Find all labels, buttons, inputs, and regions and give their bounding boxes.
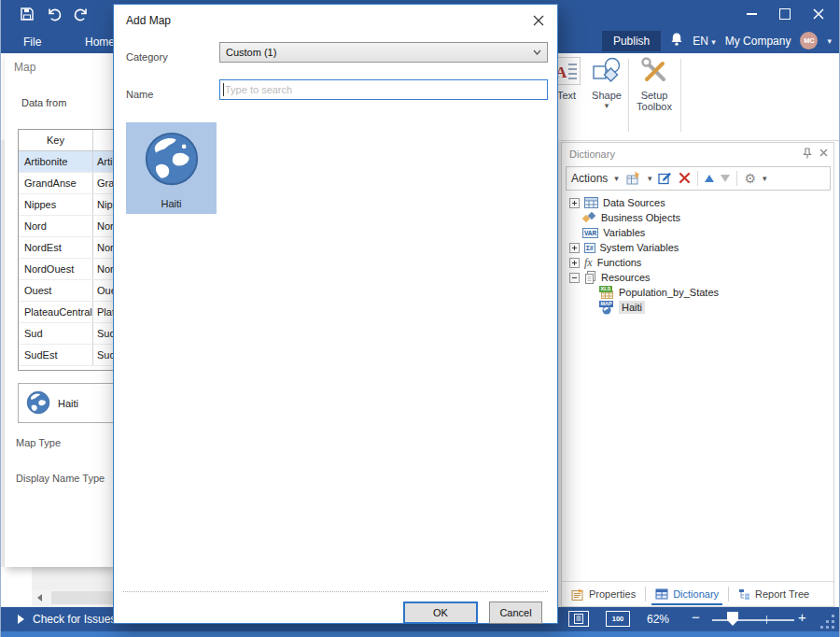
tree-item-system-variables[interactable]: Σ# System Variables (566, 240, 830, 255)
avatar[interactable]: MC (800, 32, 818, 50)
dictionary-panel: Dictionary Actions ▾ ▾ (561, 142, 834, 607)
map-resource-icon: MAP (599, 301, 614, 314)
tab-properties[interactable]: Properties (567, 583, 639, 605)
map-tile-haiti[interactable]: Haiti (126, 122, 217, 214)
table-row[interactable]: ArtiboniteArtibonite (19, 151, 113, 173)
check-for-issues-button[interactable]: Check for Issues (33, 613, 116, 626)
ok-button[interactable]: OK (403, 602, 478, 624)
cancel-button[interactable]: Cancel (489, 602, 542, 624)
tree-item-haiti[interactable]: MAP Haiti (566, 300, 830, 315)
selected-map-label: Haiti (58, 398, 78, 409)
table-row[interactable]: NippesNippes (19, 194, 113, 216)
move-down-icon[interactable] (721, 175, 730, 182)
account-name[interactable]: My Company (725, 35, 791, 48)
zoom-slider-thumb[interactable] (727, 612, 738, 626)
language-selector[interactable]: EN ▾ (693, 35, 716, 48)
row-key: Sud (19, 323, 93, 344)
pin-icon[interactable] (803, 148, 812, 161)
zoom-100-button[interactable]: 100 (606, 611, 630, 627)
undo-icon[interactable] (45, 7, 63, 21)
actions-chevron-down-icon[interactable]: ▾ (614, 174, 619, 183)
table-row[interactable]: NordEstNordEst (19, 237, 113, 259)
delete-icon[interactable] (679, 172, 691, 186)
resize-grip[interactable] (818, 614, 834, 629)
new-item-icon[interactable] (625, 171, 641, 187)
tree-item-resources[interactable]: Resources (566, 270, 830, 285)
actions-menu-button[interactable]: Actions (571, 172, 608, 185)
minimize-button[interactable] (735, 0, 768, 28)
expand-minus-icon[interactable] (569, 273, 580, 283)
publish-button[interactable]: Publish (602, 31, 661, 51)
close-icon (533, 15, 544, 26)
new-item-chevron-down-icon[interactable]: ▾ (648, 174, 652, 183)
row-name: Sud (93, 323, 113, 344)
row-name: Nippes (93, 194, 113, 215)
table-row[interactable]: PlateauCentralPlateauCentral (19, 302, 113, 323)
tree-item-label: Variables (603, 227, 645, 238)
text-caret (223, 83, 224, 96)
tab-home[interactable]: Home (85, 33, 115, 51)
selected-map-box[interactable]: Haiti (18, 383, 114, 423)
dialog-close-button[interactable] (531, 13, 546, 28)
name-search-input[interactable] (219, 79, 548, 100)
shape-icon (591, 57, 623, 85)
zoom-in-button[interactable]: + (798, 609, 806, 625)
close-button[interactable] (802, 0, 835, 28)
gear-icon[interactable]: ⚙ (744, 172, 756, 185)
check-issues-play-icon (18, 615, 24, 624)
account-chevron-down-icon[interactable]: ▾ (827, 36, 832, 46)
map-data-table[interactable]: Key ArtiboniteArtibonite GrandAnseGrandA… (18, 129, 114, 371)
expand-plus-icon[interactable] (569, 243, 580, 253)
tree-item-data-sources[interactable]: Data Sources (566, 195, 830, 210)
zoom-out-button[interactable]: − (692, 609, 700, 625)
expand-plus-icon[interactable] (569, 198, 580, 208)
panel-close-icon[interactable] (819, 148, 828, 161)
expand-plus-icon[interactable] (569, 258, 580, 268)
table-row[interactable]: GrandAnseGrandAnse (19, 173, 113, 194)
dictionary-toolbar: Actions ▾ ▾ ⚙ ▾ (566, 166, 831, 191)
redo-icon[interactable] (72, 7, 91, 21)
tab-file[interactable]: File (23, 33, 41, 51)
tree-item-variables[interactable]: VAR Variables (566, 225, 830, 240)
gear-chevron-down-icon[interactable]: ▾ (763, 174, 767, 183)
tree-item-label: Data Sources (603, 197, 665, 208)
tab-separator (645, 587, 646, 602)
table-row[interactable]: OuestOuest (19, 280, 113, 302)
notifications-bell-icon[interactable] (670, 32, 683, 50)
dictionary-tree: Data Sources Business Objects VAR Variab… (566, 195, 830, 315)
name-label: Name (126, 89, 153, 100)
row-name: Artibonite (93, 151, 113, 172)
ribbon-setup-toolbox-button[interactable]: Setup Toolbox (634, 57, 675, 112)
row-key: Ouest (19, 280, 93, 301)
scrollbar-thumb[interactable] (51, 591, 117, 604)
maximize-button[interactable] (768, 0, 802, 28)
edit-icon[interactable] (658, 171, 672, 187)
row-name: GrandAnse (93, 173, 113, 193)
window-bottom-border (1, 631, 840, 637)
ribbon-shape-button[interactable]: Shape ▾ (587, 57, 626, 110)
name-column-header (93, 130, 113, 150)
page-view-icon[interactable] (568, 611, 589, 627)
table-row[interactable]: SudSud (19, 323, 113, 345)
scroll-left-icon[interactable] (32, 589, 48, 606)
tree-item-functions[interactable]: fx Functions (566, 255, 830, 270)
move-up-icon[interactable] (705, 175, 714, 182)
save-icon[interactable] (18, 7, 36, 21)
tree-item-business-objects[interactable]: Business Objects (566, 210, 830, 225)
table-row[interactable]: SudEstSudEst (19, 345, 113, 366)
tab-dictionary[interactable]: Dictionary (651, 583, 722, 605)
zoom-slider-track[interactable] (712, 619, 794, 621)
table-row[interactable]: NordNord (19, 216, 113, 237)
dictionary-tab-icon (655, 588, 668, 600)
tree-item-population-by-states[interactable]: XLS Population_by_States (566, 285, 830, 300)
tab-label: Report Tree (755, 588, 809, 600)
category-dropdown[interactable]: Custom (1) (219, 42, 548, 63)
language-label: EN (693, 35, 708, 48)
tab-report-tree[interactable]: Report Tree (735, 583, 813, 605)
toolbar-separator (697, 171, 698, 186)
dialog-footer-separator (123, 591, 548, 592)
close-icon (813, 8, 824, 20)
table-row[interactable]: NordOuestNordOuest (19, 259, 113, 280)
xls-resource-icon: XLS (599, 286, 614, 299)
globe-icon (26, 390, 50, 417)
